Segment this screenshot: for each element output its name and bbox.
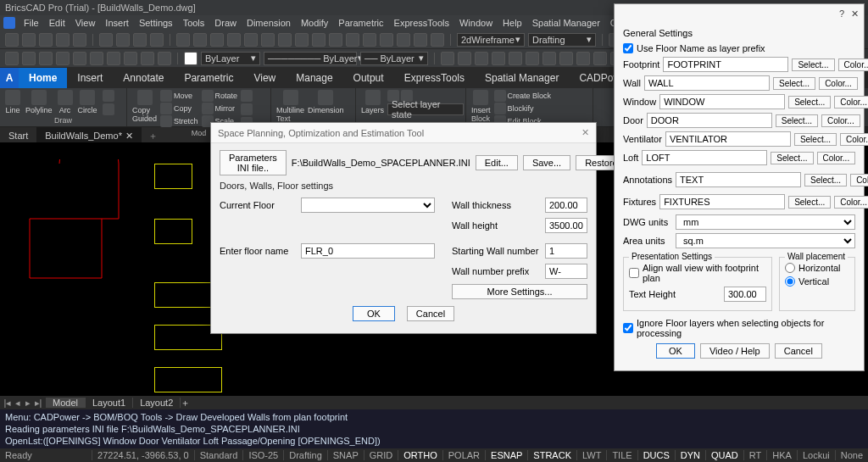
nav-last-icon[interactable]: ▸| <box>34 398 42 409</box>
layer-input-ventilator[interactable] <box>665 131 791 147</box>
tab-layout2[interactable]: Layout2 <box>133 398 181 408</box>
close-doc-icon[interactable]: ✕ <box>125 131 133 142</box>
menu-insert[interactable]: Insert <box>100 18 134 28</box>
tab-manage[interactable]: Manage <box>286 68 342 88</box>
tab-home[interactable]: Home <box>19 68 67 88</box>
current-floor-select[interactable] <box>301 198 435 213</box>
status-dyn[interactable]: DYN <box>675 450 705 460</box>
floor-name-input[interactable] <box>301 243 435 259</box>
tool-icon[interactable] <box>124 52 137 65</box>
tool-icon[interactable] <box>39 33 53 47</box>
tool-icon[interactable] <box>5 33 19 47</box>
layer-input-annotations[interactable] <box>676 172 801 187</box>
nav-prev-icon[interactable]: ◂ <box>14 398 22 409</box>
select-button[interactable]: Select... <box>804 174 847 186</box>
tool-icon[interactable] <box>39 52 53 65</box>
status-esnap[interactable]: ESNAP <box>485 450 527 460</box>
menu-spatial[interactable]: Spatial Manager <box>527 18 605 28</box>
mirror-tool[interactable]: Mirror <box>202 103 238 114</box>
menu-parametric[interactable]: Parametric <box>333 18 388 28</box>
layers-tool[interactable]: Layers <box>361 90 384 114</box>
ok-button[interactable]: OK <box>656 343 695 359</box>
close-icon[interactable]: ✕ <box>851 8 859 19</box>
tool-icon[interactable] <box>441 52 454 65</box>
tool-icon[interactable] <box>116 33 130 47</box>
tool-icon[interactable] <box>576 52 590 65</box>
cancel-button[interactable]: Cancel <box>407 306 454 321</box>
wall-height-input[interactable] <box>545 218 587 233</box>
status-none[interactable]: None <box>835 450 868 460</box>
status-quad[interactable]: QUAD <box>705 450 743 460</box>
layer-input-wall[interactable] <box>644 75 770 91</box>
add-layout-button[interactable]: ＋ <box>181 397 190 409</box>
tool-icon[interactable] <box>176 33 190 47</box>
layer-input-loft[interactable] <box>642 150 767 165</box>
tool-icon[interactable] <box>458 52 471 65</box>
tool-icon[interactable] <box>107 52 120 65</box>
tab-layout1[interactable]: Layout1 <box>86 398 133 408</box>
copy-tool[interactable]: Copy <box>160 103 198 114</box>
tool-icon[interactable] <box>90 52 103 65</box>
layer-input-door[interactable] <box>647 113 772 128</box>
tool-icon[interactable] <box>56 52 70 65</box>
select-button[interactable]: Select... <box>788 196 831 209</box>
tool-icon[interactable] <box>526 52 539 65</box>
polyline-tool[interactable]: Polyline <box>25 90 53 115</box>
line-tool[interactable]: Line <box>5 90 20 115</box>
menu-file[interactable]: File <box>19 18 44 28</box>
menu-expresstools[interactable]: ExpressTools <box>389 18 454 28</box>
tab-spatial[interactable]: Spatial Manager <box>475 68 569 88</box>
tool-icon[interactable] <box>73 33 86 47</box>
status-rt[interactable]: RT <box>743 450 766 460</box>
tab-annotate[interactable]: Annotate <box>113 68 174 88</box>
color-combo[interactable]: ByLayer▾ <box>201 52 260 65</box>
tool-icon[interactable] <box>241 103 253 115</box>
horizontal-radio[interactable]: Horizontal <box>785 263 849 273</box>
app-menu-button[interactable]: A <box>0 68 19 88</box>
arc-tool[interactable]: Arc <box>58 90 73 115</box>
layer-input-fixtures[interactable] <box>659 194 785 209</box>
close-icon[interactable]: ✕ <box>581 127 589 138</box>
more-settings-button[interactable]: More Settings... <box>452 284 587 299</box>
tool-icon[interactable] <box>241 90 253 102</box>
tool-icon[interactable] <box>56 33 70 47</box>
layer-input-window[interactable] <box>659 94 785 109</box>
color-button[interactable]: Color... <box>817 152 856 164</box>
select-button[interactable]: Select... <box>792 58 834 71</box>
start-wall-num-input[interactable] <box>545 243 587 259</box>
nav-first-icon[interactable]: |◂ <box>3 398 12 409</box>
command-area[interactable]: Menu: CADPower -> BOM/BOQ Tools -> Draw … <box>0 409 868 448</box>
tool-icon[interactable] <box>542 52 556 65</box>
tool-icon[interactable] <box>397 33 410 47</box>
visualstyle-combo[interactable]: 2dWireframe▾ <box>457 33 525 47</box>
save-button[interactable]: Save... <box>523 155 570 170</box>
tool-icon[interactable] <box>22 33 36 47</box>
linetype-combo[interactable]: ──────── ByLayer▾ <box>264 52 357 65</box>
tool-icon[interactable] <box>133 33 147 47</box>
create-block-tool[interactable]: Create Block <box>494 90 552 102</box>
color-button[interactable]: Color... <box>834 196 868 209</box>
dwg-units-select[interactable]: mm <box>676 214 855 230</box>
status-tile[interactable]: TILE <box>606 450 637 460</box>
circle-tool[interactable]: Circle <box>78 90 97 115</box>
tool-icon[interactable] <box>210 33 224 47</box>
tool-icon[interactable] <box>380 33 393 47</box>
menu-help[interactable]: Help <box>498 18 527 28</box>
tool-icon[interactable] <box>295 33 309 47</box>
status-snap[interactable]: SNAP <box>327 450 364 460</box>
color-button[interactable]: Color... <box>819 77 858 90</box>
menu-edit[interactable]: Edit <box>44 18 70 28</box>
ignore-floor-check[interactable]: Ignore Floor layers when selecting objec… <box>623 318 855 338</box>
color-button[interactable]: Color... <box>838 58 868 71</box>
select-button[interactable]: Select... <box>773 77 815 90</box>
status-item[interactable]: ISO-25 <box>242 450 283 460</box>
tool-icon[interactable] <box>103 90 114 102</box>
select-button[interactable]: Select... <box>794 133 837 146</box>
color-button[interactable]: Color... <box>840 133 868 146</box>
tool-icon[interactable] <box>5 52 19 65</box>
status-ortho[interactable]: ORTHO <box>398 450 442 460</box>
new-doc-button[interactable]: ＋ <box>142 130 164 142</box>
tool-icon[interactable] <box>475 52 488 65</box>
params-ini-button[interactable]: Parameters INI file.. <box>220 150 287 175</box>
dimension-tool[interactable]: Dimension <box>308 90 344 123</box>
